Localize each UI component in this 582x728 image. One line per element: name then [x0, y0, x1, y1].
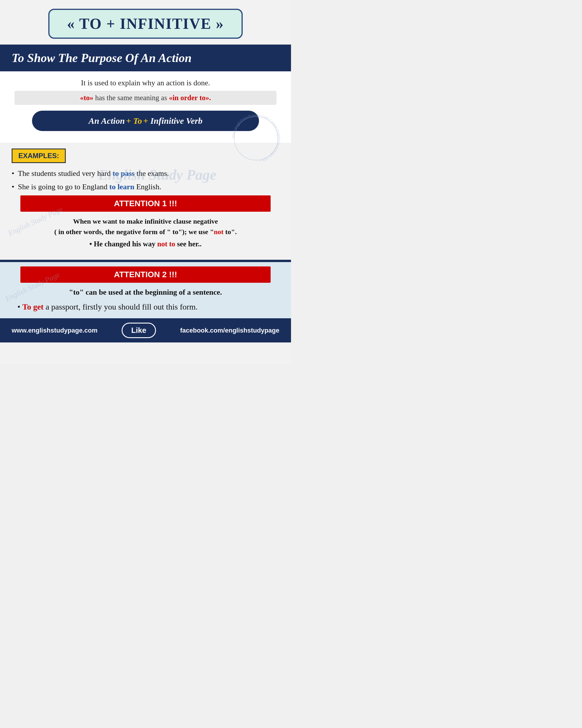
section-divider: [0, 260, 291, 262]
footer-left-url: www.englishstudypage.com: [11, 327, 98, 334]
description-text: It is used to explain why an action is d…: [15, 79, 276, 87]
formula-part1: An Action: [88, 116, 125, 126]
attention2-ex-highlight: To get: [22, 302, 44, 311]
bullet-2: •: [11, 183, 14, 191]
attention1-line2: ( in other words, the negative form of "…: [54, 228, 214, 236]
example1-before: The students studied very hard: [18, 169, 113, 178]
attention2-header: ATTENTION 2 !!!: [20, 266, 271, 283]
attention1-header-text: ATTENTION 1 !!!: [114, 199, 177, 208]
attention1-ex-highlight: not to: [157, 240, 175, 248]
examples-label: EXAMPLES:: [11, 149, 66, 163]
attention1-body: When we want to make infinitive clause n…: [11, 216, 279, 237]
example1-after: the exams.: [135, 169, 169, 178]
meaning-box: «to» has the same meaning as «in order t…: [15, 91, 276, 105]
attention1-header: ATTENTION 1 !!!: [20, 196, 271, 212]
formula-to: To: [133, 116, 142, 126]
attention1-ex-suffix: see her..: [175, 240, 202, 248]
main-title: « TO + INFINITIVE »: [67, 15, 224, 32]
example1-highlight: to pass: [113, 169, 135, 178]
meaning-prefix: «to»: [80, 94, 93, 102]
formula-oval: An Action + To + Infinitive Verb: [32, 111, 259, 131]
formula-plus2: +: [143, 116, 150, 126]
meaning-middle: has the same meaning as: [95, 94, 169, 102]
attention1-ex-prefix: • He changed his way: [89, 240, 157, 248]
title-section: « TO + INFINITIVE »: [0, 0, 291, 45]
footer: www.englishstudypage.com Like facebook.c…: [0, 318, 291, 342]
examples-label-text: EXAMPLES:: [18, 152, 59, 160]
page-wrapper: English Study Page www.englishstudypage.…: [0, 0, 291, 364]
like-button[interactable]: Like: [122, 323, 156, 338]
attention2-header-text: ATTENTION 2 !!!: [114, 270, 177, 279]
title-box: « TO + INFINITIVE »: [48, 9, 243, 39]
attention2-example: • To get a passport, firstly you should …: [11, 301, 279, 312]
bullet-1: •: [11, 169, 14, 178]
attention1-line1: When we want to make infinitive clause n…: [73, 217, 218, 225]
meaning-highlight: «in order to».: [169, 94, 211, 102]
attention1-example: • He changed his way not to see her..: [11, 240, 279, 248]
attention1-highlight: not: [214, 228, 223, 236]
attention2-body: "to" can be used at the beginning of a s…: [11, 287, 279, 297]
attention1-line3: to".: [223, 228, 237, 236]
example2-before: She is going to go to England: [18, 183, 109, 191]
attention2-ex-suffix: a passport, firstly you should fill out …: [44, 302, 198, 311]
example2-highlight: to learn: [109, 183, 134, 191]
formula-plus1: +: [126, 116, 133, 126]
attention2-area: ATTENTION 2 !!! "to" can be used at the …: [0, 262, 291, 318]
content-area: It is used to explain why an action is d…: [0, 71, 291, 143]
footer-right-url: facebook.com/englishstudypage: [180, 327, 279, 334]
example-item-1: • The students studied very hard to pass…: [11, 168, 279, 179]
example-item-2: • She is going to go to England to learn…: [11, 182, 279, 192]
formula-part2: Infinitive Verb: [150, 116, 202, 126]
example2-after: English.: [134, 183, 161, 191]
attention2-ex-prefix: •: [18, 302, 22, 311]
banner-heading: To Show The Purpose Of An Action: [11, 51, 279, 65]
examples-area: EXAMPLES: • The students studied very ha…: [0, 143, 291, 260]
blue-banner: To Show The Purpose Of An Action: [0, 45, 291, 71]
